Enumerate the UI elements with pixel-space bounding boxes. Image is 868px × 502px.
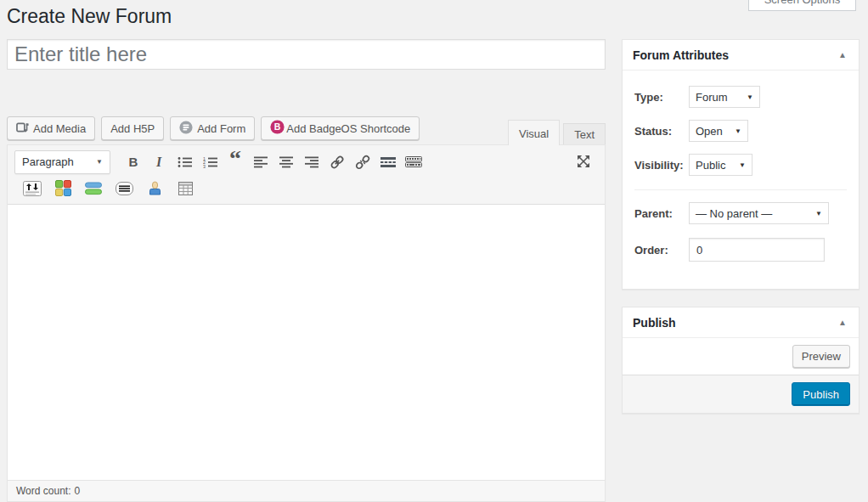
status-select-value: Open (696, 125, 723, 138)
form-icon (179, 121, 193, 137)
editor-toolbar: Paragraph ▼ B I 1 2 (8, 145, 605, 205)
media-icon (16, 121, 29, 136)
svg-text:B: B (274, 121, 281, 132)
align-right-icon (305, 156, 318, 168)
type-label: Type: (634, 91, 689, 104)
chevron-down-icon: ▼ (747, 93, 753, 101)
publish-body: Preview (623, 338, 859, 375)
bold-icon: B (129, 155, 138, 169)
publish-header[interactable]: Publish ▲ (623, 307, 859, 338)
add-h5p-button[interactable]: Add H5P (101, 116, 164, 140)
bullet-list-button[interactable] (172, 151, 197, 173)
sidebar-column: Forum Attributes ▲ Type: Forum ▼ Status:… (622, 39, 860, 431)
editor-mode-tabs: Visual Text (508, 120, 606, 144)
screen-options-tab[interactable]: Screen Options (748, 0, 856, 11)
paragraph-format-select[interactable]: Paragraph ▼ (14, 150, 110, 174)
publish-panel: Publish ▲ Preview Publish (622, 307, 860, 414)
blockquote-icon: “ (229, 156, 241, 168)
divider (634, 189, 847, 190)
align-right-button[interactable] (299, 151, 324, 173)
list-badge-icon (116, 182, 133, 195)
table-icon (178, 182, 193, 195)
align-left-button[interactable] (248, 151, 273, 173)
insert-user-button[interactable] (144, 178, 166, 199)
post-title-input[interactable] (7, 39, 606, 70)
add-media-button[interactable]: Add Media (7, 116, 95, 140)
media-buttons-row: Add Media Add H5P Add Form (7, 116, 420, 140)
toolbar-toggle-button[interactable] (401, 151, 426, 173)
type-field-row: Type: Forum ▼ (634, 86, 847, 108)
forum-attributes-body: Type: Forum ▼ Status: Open ▼ Visibility:… (623, 71, 859, 289)
forum-attributes-title: Forum Attributes (633, 48, 729, 62)
add-badgeos-shortcode-button[interactable]: B Add BadgeOS Shortcode (261, 116, 420, 140)
numbered-list-button[interactable]: 1 2 3 (197, 151, 223, 173)
add-form-button[interactable]: Add Form (170, 116, 255, 140)
forum-attributes-header[interactable]: Forum Attributes ▲ (623, 40, 859, 71)
italic-button[interactable]: I (146, 151, 172, 173)
insert-table-button[interactable] (174, 178, 196, 199)
add-badgeos-label: Add BadgeOS Shortcode (286, 122, 410, 135)
list-badge-button[interactable] (113, 178, 135, 199)
remove-link-button[interactable] (350, 151, 375, 173)
page-sort-icon (23, 181, 42, 196)
insert-page-sort-button[interactable] (21, 178, 43, 199)
preview-button[interactable]: Preview (792, 345, 850, 368)
add-media-label: Add Media (33, 122, 86, 135)
align-center-icon (279, 156, 293, 168)
shortcode-grid-button[interactable] (52, 178, 74, 199)
color-squares-icon (55, 180, 71, 196)
bold-button[interactable]: B (121, 151, 146, 173)
align-center-button[interactable] (273, 151, 299, 173)
order-field-row: Order: (634, 238, 847, 262)
visibility-field-row: Visibility: Public ▼ (634, 154, 847, 176)
content-editor: Paragraph ▼ B I 1 2 (7, 144, 606, 502)
columns-bars-button[interactable] (82, 178, 104, 199)
format-select-value: Paragraph (22, 155, 74, 168)
page-title: Create New Forum (7, 4, 172, 30)
unlink-icon (355, 155, 370, 170)
chevron-down-icon: ▼ (735, 127, 741, 135)
toolbar-row-1: Paragraph ▼ B I 1 2 (14, 148, 598, 176)
tab-visual[interactable]: Visual (508, 120, 560, 145)
collapse-arrow-icon[interactable]: ▲ (837, 50, 848, 59)
editor-content-area[interactable] (8, 205, 605, 480)
keyboard-icon (405, 156, 422, 167)
editor-status-bar: Word count: 0 (8, 480, 605, 501)
more-tag-icon (380, 157, 396, 167)
editor-header-row: Add Media Add H5P Add Form (7, 116, 606, 144)
tab-text[interactable]: Text (563, 123, 606, 144)
bullet-list-icon (178, 156, 192, 168)
link-icon (330, 155, 345, 170)
blockquote-button[interactable]: “ (223, 151, 248, 173)
type-select[interactable]: Forum ▼ (689, 86, 760, 108)
visibility-label: Visibility: (634, 159, 689, 172)
status-select[interactable]: Open ▼ (689, 120, 748, 142)
collapse-arrow-icon[interactable]: ▲ (837, 318, 848, 327)
parent-select[interactable]: — No parent — ▼ (689, 202, 829, 224)
visibility-select-value: Public (696, 159, 725, 172)
word-count-label: Word count: (16, 485, 70, 497)
chevron-down-icon: ▼ (96, 158, 103, 166)
forum-attributes-panel: Forum Attributes ▲ Type: Forum ▼ Status:… (622, 39, 860, 290)
bars-icon (85, 182, 102, 195)
type-select-value: Forum (696, 91, 728, 104)
main-column: Add Media Add H5P Add Form (7, 39, 606, 502)
order-label: Order: (634, 244, 689, 257)
visibility-select[interactable]: Public ▼ (689, 154, 752, 176)
word-count-value: 0 (74, 485, 80, 497)
toolbar-row-2 (14, 176, 598, 200)
publish-title: Publish (633, 316, 676, 330)
read-more-tag-button[interactable] (375, 151, 401, 173)
italic-icon: I (156, 155, 161, 170)
status-label: Status: (634, 125, 689, 138)
publish-button[interactable]: Publish (792, 382, 850, 406)
add-h5p-label: Add H5P (110, 122, 155, 135)
order-input[interactable] (689, 238, 825, 262)
svg-text:3: 3 (203, 163, 206, 167)
align-left-icon (254, 156, 268, 168)
numbered-list-icon: 1 2 3 (203, 156, 217, 168)
insert-link-button[interactable] (324, 151, 350, 173)
badgeos-icon: B (270, 120, 285, 137)
distraction-free-button[interactable] (571, 150, 596, 172)
add-form-label: Add Form (197, 122, 245, 135)
